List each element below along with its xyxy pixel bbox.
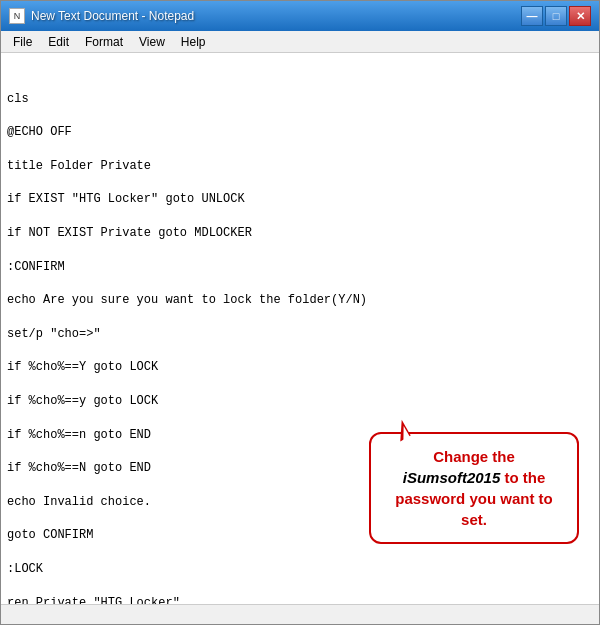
- callout-bubble: Change the iSumsoft2015 to the password …: [369, 432, 579, 544]
- menu-format[interactable]: Format: [77, 33, 131, 51]
- menu-view[interactable]: View: [131, 33, 173, 51]
- code-line: title Folder Private: [7, 158, 593, 175]
- code-line: :LOCK: [7, 561, 593, 578]
- code-line: if %cho%==y goto LOCK: [7, 393, 593, 410]
- window-title: New Text Document - Notepad: [31, 9, 194, 23]
- callout-text-before: Change the: [433, 448, 515, 465]
- code-line: set/p "cho=>": [7, 326, 593, 343]
- code-line: if %cho%==Y goto LOCK: [7, 359, 593, 376]
- editor-container: cls @ECHO OFF title Folder Private if EX…: [1, 53, 599, 604]
- title-bar: N New Text Document - Notepad — □ ✕: [1, 1, 599, 31]
- notepad-window: N New Text Document - Notepad — □ ✕ File…: [0, 0, 600, 625]
- code-line: echo Are you sure you want to lock the f…: [7, 292, 593, 309]
- code-line: cls: [7, 91, 593, 108]
- code-line: ren Private "HTG Locker": [7, 595, 593, 605]
- app-icon: N: [9, 8, 25, 24]
- title-bar-left: N New Text Document - Notepad: [9, 8, 194, 24]
- maximize-button[interactable]: □: [545, 6, 567, 26]
- menu-bar: File Edit Format View Help: [1, 31, 599, 53]
- code-line: :CONFIRM: [7, 259, 593, 276]
- menu-file[interactable]: File: [5, 33, 40, 51]
- title-buttons: — □ ✕: [521, 6, 591, 26]
- status-bar: [1, 604, 599, 624]
- menu-edit[interactable]: Edit: [40, 33, 77, 51]
- menu-help[interactable]: Help: [173, 33, 214, 51]
- code-line: @ECHO OFF: [7, 124, 593, 141]
- code-line: if NOT EXIST Private goto MDLOCKER: [7, 225, 593, 242]
- close-button[interactable]: ✕: [569, 6, 591, 26]
- callout-keyword: iSumsoft2015: [403, 469, 501, 486]
- minimize-button[interactable]: —: [521, 6, 543, 26]
- code-line: if EXIST "HTG Locker" goto UNLOCK: [7, 191, 593, 208]
